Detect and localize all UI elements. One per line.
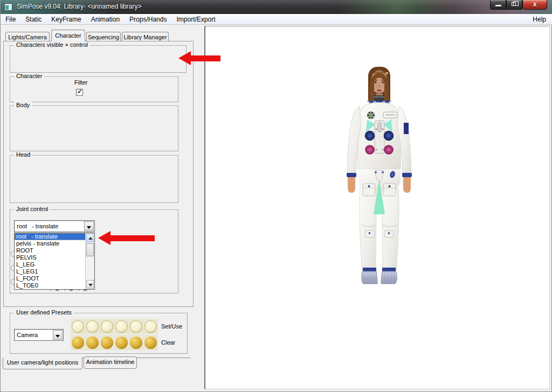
filter-checkbox[interactable]: ✓ — [76, 89, 83, 96]
group-head-legend: Head — [14, 151, 32, 158]
scroll-down-button[interactable] — [86, 280, 94, 289]
tab-character[interactable]: Character — [51, 30, 85, 41]
preset-ball-icon — [130, 337, 142, 349]
joint-list-item[interactable]: L_LEG — [15, 261, 94, 268]
joint-list-item[interactable]: L_LEG1 — [15, 268, 94, 275]
group-body: Body — [10, 106, 178, 151]
annotation-arrow-joint-list — [98, 231, 155, 245]
preset-category-combo[interactable]: Camera — [14, 329, 64, 341]
preset-ball-icon — [86, 320, 99, 333]
group-character-legend: Character — [14, 73, 44, 79]
joint-list-item[interactable]: ROOT — [15, 247, 94, 254]
preset-set-button[interactable] — [85, 319, 100, 334]
minimize-icon — [495, 5, 501, 6]
restore-icon — [512, 2, 516, 6]
hidden-dash — [56, 290, 59, 291]
preset-clear-button[interactable] — [143, 335, 158, 351]
menu-help[interactable]: Help — [526, 15, 552, 24]
joint-list-item[interactable]: PELVIS — [15, 254, 94, 261]
app-icon — [4, 3, 12, 11]
set-use-label: Set/Use — [161, 323, 182, 330]
menu-props-hands[interactable]: Props/Hands — [125, 15, 171, 24]
preset-clear-button[interactable] — [129, 335, 143, 351]
list-scrollbar[interactable] — [85, 233, 94, 289]
preset-ball-icon — [144, 320, 157, 333]
preset-category-combo-value: Camera — [17, 332, 52, 338]
scroll-up-button[interactable] — [86, 234, 94, 242]
group-joint-control-legend: Joint control — [14, 206, 50, 212]
joint-list-item[interactable]: L_TOE0 — [15, 282, 94, 289]
preset-clear-button[interactable] — [114, 335, 129, 351]
app-window: SimPose v9.04: Library- <unnamed library… — [0, 0, 552, 392]
preset-set-button[interactable] — [114, 319, 129, 334]
scroll-up-icon — [88, 235, 93, 240]
group-characters-visible-legend: Characters visible + control — [14, 41, 90, 48]
close-icon: x — [523, 1, 547, 8]
joint-dropdown-list[interactable]: root - translate pelvis - translate ROOT… — [14, 233, 95, 290]
checkmark-icon: ✓ — [77, 88, 82, 95]
preset-set-button[interactable] — [100, 319, 114, 334]
tab-animation-timeline[interactable]: Animation timeline — [84, 356, 137, 369]
group-body-legend: Body — [14, 102, 32, 108]
preset-ball-icon — [101, 337, 113, 349]
preset-ball-icon — [115, 320, 128, 333]
menu-import-export[interactable]: Import/Export — [171, 15, 220, 24]
character-render — [340, 64, 418, 287]
joint-list-item-selected[interactable]: root - translate — [15, 233, 94, 240]
clear-label: Clear — [161, 339, 175, 346]
preset-clear-button[interactable] — [71, 335, 85, 351]
group-head: Head — [10, 155, 178, 203]
preset-set-button[interactable] — [129, 319, 143, 334]
menu-bar: File Static KeyFrame Animation Props/Han… — [1, 14, 552, 25]
joint-combo-value: root - translate — [17, 223, 84, 229]
preset-ball-icon — [115, 337, 128, 349]
dropdown-arrow-icon[interactable] — [53, 330, 63, 340]
menu-static[interactable]: Static — [20, 15, 46, 24]
group-characters-visible: Characters visible + control — [10, 45, 187, 73]
preset-ball-icon — [130, 320, 142, 333]
menu-animation[interactable]: Animation — [86, 15, 125, 24]
preset-ball-icon — [101, 320, 113, 333]
group-character: Character — [10, 76, 178, 102]
joint-combo[interactable]: root - translate — [14, 220, 95, 232]
preset-ball-icon — [144, 337, 157, 349]
tab-user-camera-light-positions[interactable]: User camera/light positions — [3, 358, 82, 369]
menu-keyframe[interactable]: KeyFrame — [46, 15, 86, 24]
group-presets-legend: User defined Presets — [14, 309, 74, 316]
scroll-down-icon — [88, 284, 93, 289]
title-bar[interactable]: SimPose v9.04: Library- <unnamed library… — [1, 0, 552, 14]
preset-ball-icon — [72, 337, 84, 349]
scroll-thumb[interactable] — [86, 243, 94, 256]
hidden-dash — [70, 290, 73, 291]
window-title: SimPose v9.04: Library- <unnamed library… — [17, 3, 141, 10]
restore-button[interactable] — [506, 0, 522, 10]
filter-label: Filter — [74, 79, 87, 86]
preset-set-button[interactable] — [71, 319, 85, 334]
preset-ball-icon — [72, 320, 84, 333]
joint-list-item[interactable]: pelvis - translate — [15, 240, 94, 247]
minimize-button[interactable] — [490, 0, 506, 10]
close-button[interactable]: x — [522, 0, 547, 10]
preset-set-button[interactable] — [143, 319, 158, 334]
menu-file[interactable]: File — [1, 15, 20, 24]
preset-ball-icon — [86, 337, 99, 349]
joint-list-item[interactable]: L_FOOT — [15, 275, 94, 282]
dropdown-arrow-icon[interactable] — [84, 221, 94, 231]
preset-clear-button[interactable] — [85, 335, 100, 351]
annotation-arrow-sim-combo — [178, 51, 220, 65]
hidden-dash — [84, 290, 87, 291]
preset-clear-button[interactable] — [100, 335, 114, 351]
